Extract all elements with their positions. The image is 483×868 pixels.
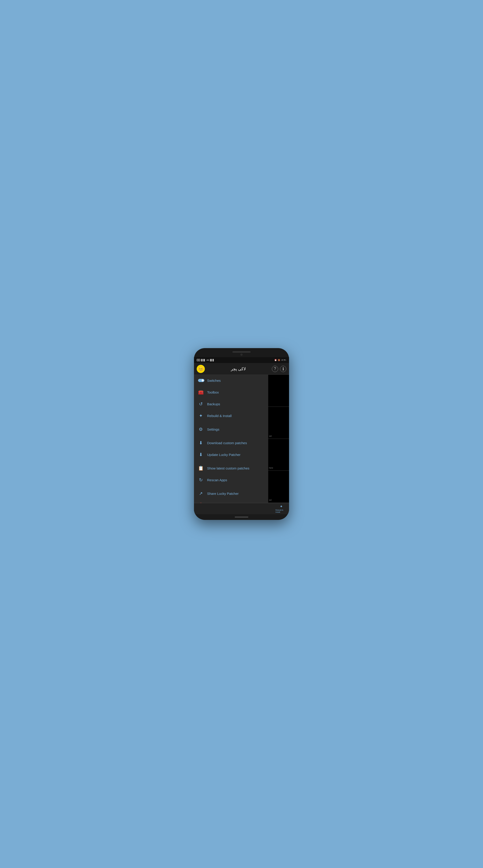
drawer-item-rescan[interactable]: ↻ Rescan Apps <box>194 474 268 486</box>
phone-frame: 86 ▌▌▌ 4G ▌▌▌ ⏰ 🔕 ۱۲:۴۱ 😊 لاکی پچر ? ℹ <box>194 348 289 520</box>
backup-icon: ↺ <box>198 401 203 407</box>
rebuild-label: Rebuild & Install <box>207 414 231 418</box>
switches-icon <box>198 378 203 383</box>
network-type: 4G <box>206 359 209 361</box>
bottom-nav-rebuild[interactable]: ✦ Rebuild & Install <box>276 504 287 513</box>
app-title: لاکی پچر <box>205 366 272 371</box>
update-icon: ⬇ <box>198 452 203 457</box>
drawer-item-share[interactable]: ↗ Share Lucky Patcher <box>194 488 268 499</box>
battery-icon: 86 <box>197 359 200 361</box>
drawer-item-backups[interactable]: ↺ Backups <box>194 398 268 410</box>
logo-emoji: 😊 <box>198 366 204 372</box>
bottom-rebuild-icon: ✦ <box>280 504 283 508</box>
home-indicator <box>235 517 248 518</box>
camera <box>240 353 243 356</box>
share-icon: ↗ <box>198 491 203 496</box>
download-patches-icon: ⬇ <box>198 440 203 445</box>
drawer-item-download-patches[interactable]: ⬇ Download custom patches <box>194 437 268 449</box>
bottom-nav: ✦ Rebuild & Install <box>194 503 289 514</box>
bottom-rebuild-label: Rebuild & Install <box>276 509 287 513</box>
show-patches-icon: 📋 <box>198 465 203 471</box>
battery-level: 86 <box>197 359 200 361</box>
drawer-item-help[interactable]: ❓ Help <box>194 499 268 503</box>
toggle-icon <box>198 379 204 382</box>
toolbox-label: Toolbox <box>207 391 219 394</box>
backups-label: Backups <box>207 402 220 406</box>
rebuild-icon: ✦ <box>198 413 203 418</box>
status-bar: 86 ▌▌▌ 4G ▌▌▌ ⏰ 🔕 ۱۲:۴۱ <box>194 357 289 363</box>
speaker <box>232 351 251 352</box>
signal-icon: ▌▌▌ <box>201 359 205 361</box>
status-right: ⏰ 🔕 ۱۲:۴۱ <box>274 359 286 361</box>
help-button[interactable]: ? <box>272 366 278 372</box>
clock: ۱۲:۴۱ <box>281 359 286 361</box>
app-bar: 😊 لاکی پچر ? ℹ <box>194 363 289 375</box>
phone-screen: 86 ▌▌▌ 4G ▌▌▌ ⏰ 🔕 ۱۲:۴۱ 😊 لاکی پچر ? ℹ <box>194 357 289 514</box>
download-patches-label: Download custom patches <box>207 441 247 445</box>
drawer-item-show-patches[interactable]: 📋 Show latest custom patches <box>194 462 268 474</box>
notification-icon: 🔕 <box>278 359 280 361</box>
status-left: 86 ▌▌▌ 4G ▌▌▌ <box>197 359 214 361</box>
drawer-item-toolbox[interactable]: 🧰 Toolbox <box>194 386 268 398</box>
app-bar-actions: ? ℹ <box>272 366 286 372</box>
drawer-item-update[interactable]: ⬇ Update Lucky Patcher <box>194 449 268 460</box>
drawer-item-settings[interactable]: ⚙ Settings <box>194 423 268 435</box>
switches-label: Switches <box>207 379 221 382</box>
app-logo: 😊 <box>197 365 205 373</box>
settings-label: Settings <box>207 428 219 431</box>
rescan-icon: ↻ <box>198 477 203 483</box>
drawer-item-switches[interactable]: Switches <box>194 375 268 386</box>
drawer-item-rebuild-install[interactable]: ✦ Rebuild & Install <box>194 410 268 422</box>
toolbox-icon: 🧰 <box>198 390 203 395</box>
share-label: Share Lucky Patcher <box>207 492 238 495</box>
navigation-drawer: Switches 🧰 Toolbox ↺ Backups ✦ Rebuild &… <box>194 375 268 503</box>
info-button[interactable]: ℹ <box>280 366 286 372</box>
update-label: Update Lucky Patcher <box>207 453 240 457</box>
rescan-label: Rescan Apps <box>207 478 227 482</box>
show-patches-label: Show latest custom patches <box>207 466 249 470</box>
alarm-icon: ⏰ <box>274 359 277 361</box>
main-content: Switches 🧰 Toolbox ↺ Backups ✦ Rebuild &… <box>194 375 289 503</box>
help-circle-icon: ❓ <box>198 502 203 503</box>
signal-icon2: ▌▌▌ <box>210 359 214 361</box>
settings-icon: ⚙ <box>198 427 203 432</box>
